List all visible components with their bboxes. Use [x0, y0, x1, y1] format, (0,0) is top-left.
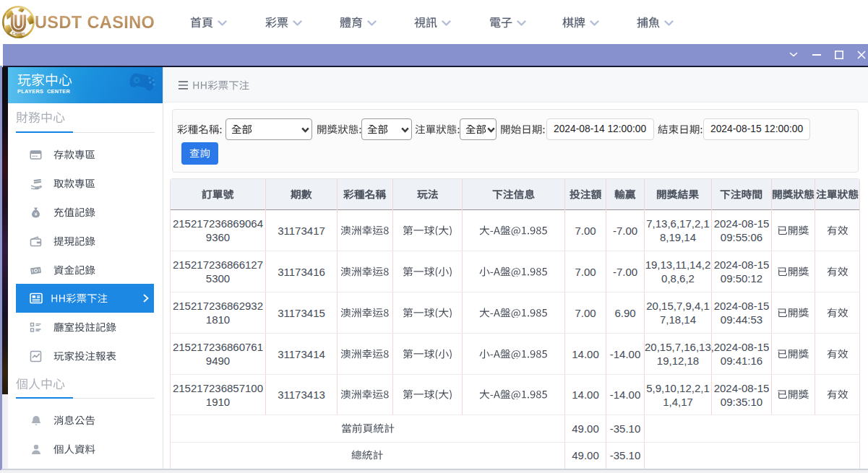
svg-text:Casino: Casino — [12, 31, 26, 35]
